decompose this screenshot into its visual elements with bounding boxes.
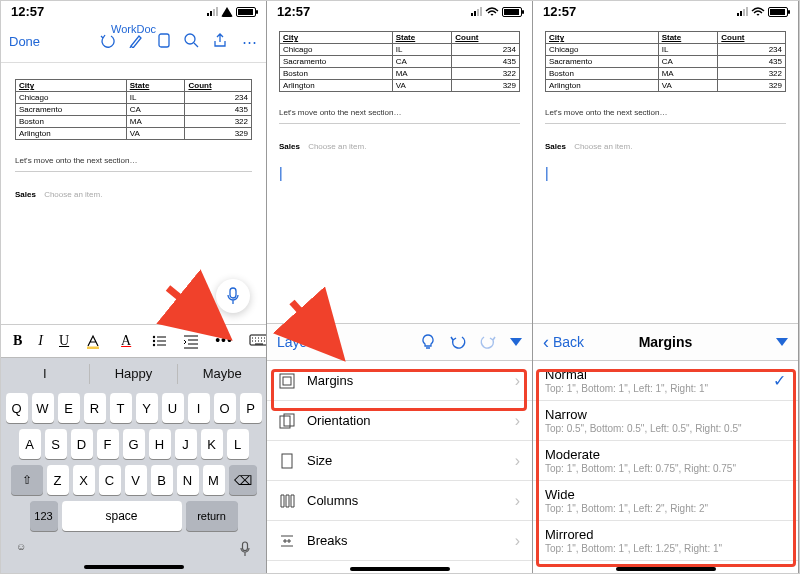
home-indicator[interactable] [84,565,184,569]
svg-rect-0 [159,34,169,47]
toolbar-icons: ⋯ [100,33,258,51]
font-color-button[interactable]: A [117,333,135,349]
home-indicator[interactable] [350,567,450,571]
key-a[interactable]: A [19,429,41,459]
list-item-breaks[interactable]: Breaks › [267,521,532,561]
key-m[interactable]: M [203,465,225,495]
key-w[interactable]: W [32,393,54,423]
document-area[interactable]: CityStateCount ChicagoIL234 SacramentoCA… [267,21,532,191]
return-key[interactable]: return [186,501,238,531]
margin-option-moderate[interactable]: ModerateTop: 1", Bottom: 1", Left: 0.75"… [533,441,798,481]
svg-rect-7 [283,377,291,385]
doc-title: WorkDoc [1,23,266,35]
key-j[interactable]: J [175,429,197,459]
doc-table[interactable]: CityStateCount ChicagoIL234 SacramentoCA… [545,31,786,92]
undo-icon[interactable] [450,334,466,350]
margin-option-mirrored[interactable]: MirroredTop: 1", Bottom: 1", Left: 1.25"… [533,521,798,561]
key-d[interactable]: D [71,429,93,459]
bold-button[interactable]: B [13,333,22,349]
redo-icon[interactable] [480,334,496,350]
key-c[interactable]: C [99,465,121,495]
app-header: Done WorkDoc ⋯ [1,21,266,63]
shift-key[interactable]: ⇧ [11,465,43,495]
key-l[interactable]: L [227,429,249,459]
breaks-icon [279,533,297,549]
keyboard[interactable]: QWERTYUIOP ASDFGHJKL ⇧ ZXCVBNM ⌫ 123 spa… [1,389,266,574]
layout-dropdown[interactable]: Layout [277,334,331,350]
doc-table[interactable]: CityStateCount ChicagoIL234 SacramentoCA… [279,31,520,92]
key-z[interactable]: Z [47,465,69,495]
keyboard-toggle-icon[interactable] [249,334,267,348]
indent-button[interactable] [183,333,199,349]
key-y[interactable]: Y [136,393,158,423]
margin-option-narrow[interactable]: NarrowTop: 0.5", Bottom: 0.5", Left: 0.5… [533,401,798,441]
document-area[interactable]: CityStateCount ChicagoIL234 SacramentoCA… [1,63,266,215]
th-count: Count [185,80,252,92]
size-icon [279,453,297,469]
backspace-key[interactable]: ⌫ [229,465,257,495]
key-p[interactable]: P [240,393,262,423]
done-button[interactable]: Done [9,34,40,49]
layout-list: Margins › Orientation › Size › Columns ›… [267,361,532,561]
signal-icon [207,7,218,16]
document-area[interactable]: CityStateCount ChicagoIL234 SacramentoCA… [533,21,798,191]
key-o[interactable]: O [214,393,236,423]
key-k[interactable]: K [201,429,223,459]
collapse-icon[interactable] [510,338,522,346]
back-button[interactable]: ‹ Back [543,334,584,350]
key-f[interactable]: F [97,429,119,459]
screen-editing: 12:57 Done WorkDoc ⋯ CityStateCount Chic… [1,1,267,574]
italic-button[interactable]: I [38,333,43,349]
suggestion-1[interactable]: I [1,366,89,381]
key-h[interactable]: H [149,429,171,459]
more-format-button[interactable]: ••• [215,333,233,349]
svg-point-1 [185,34,195,44]
key-x[interactable]: X [73,465,95,495]
key-v[interactable]: V [125,465,147,495]
key-s[interactable]: S [45,429,67,459]
key-u[interactable]: U [162,393,184,423]
status-bar: 12:57 [267,1,532,21]
overflow-icon[interactable]: ⋯ [242,33,258,51]
status-bar: 12:57 [533,1,798,21]
emoji-key[interactable]: ☺ [16,541,26,559]
mic-key[interactable] [239,541,251,559]
signal-icon [737,7,748,16]
key-b[interactable]: B [151,465,173,495]
collapse-icon[interactable] [776,338,788,346]
margin-option-normal[interactable]: NormalTop: 1", Bottom: 1", Left: 1", Rig… [533,361,798,401]
doc-table[interactable]: CityStateCount ChicagoIL234 SacramentoCA… [15,79,252,140]
margins-icon [279,373,297,389]
lightbulb-icon[interactable] [420,334,436,350]
sales-row[interactable]: Sales Choose an item. [15,190,252,199]
suggestion-3[interactable]: Maybe [178,366,266,381]
columns-icon [279,493,297,509]
section-header-layout: Layout [267,323,532,361]
dictation-button[interactable] [216,279,250,313]
suggestion-2[interactable]: Happy [90,366,178,381]
home-indicator[interactable] [616,567,716,571]
key-g[interactable]: G [123,429,145,459]
margins-options-list: NormalTop: 1", Bottom: 1", Left: 1", Rig… [533,361,798,561]
highlight-button[interactable] [85,333,101,349]
key-t[interactable]: T [110,393,132,423]
text-cursor: | [279,165,283,181]
key-i[interactable]: I [188,393,210,423]
margin-option-wide[interactable]: WideTop: 1", Bottom: 1", Left: 2", Right… [533,481,798,521]
list-item-columns[interactable]: Columns › [267,481,532,521]
underline-button[interactable]: U [59,333,69,349]
th-city: City [16,80,127,92]
battery-icon [236,7,256,17]
space-key[interactable]: space [62,501,182,531]
key-n[interactable]: N [177,465,199,495]
orientation-icon [279,413,297,429]
key-r[interactable]: R [84,393,106,423]
list-item-margins[interactable]: Margins › [267,361,532,401]
bullets-button[interactable] [151,333,167,349]
key-q[interactable]: Q [6,393,28,423]
num-key[interactable]: 123 [30,501,58,531]
list-item-orientation[interactable]: Orientation › [267,401,532,441]
svg-point-3 [153,340,155,342]
list-item-size[interactable]: Size › [267,441,532,481]
key-e[interactable]: E [58,393,80,423]
